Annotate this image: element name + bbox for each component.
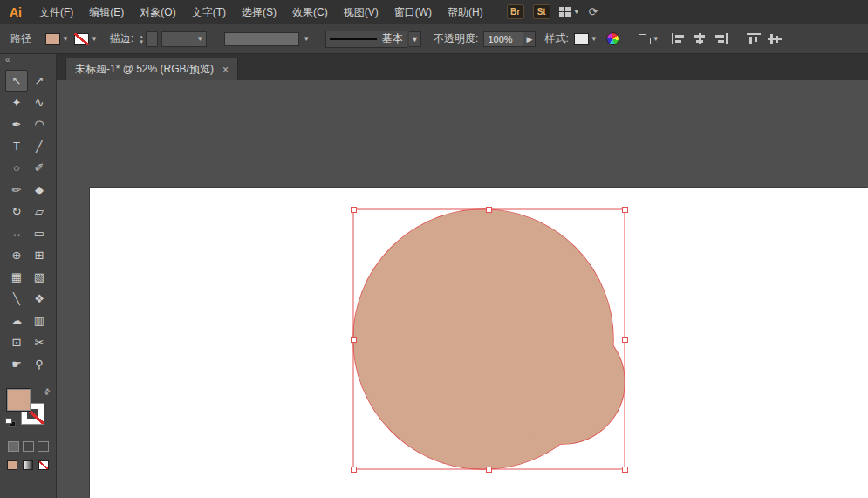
stroke-weight-combo[interactable]: ▼ bbox=[161, 31, 207, 47]
fill-color-swatch[interactable] bbox=[45, 33, 60, 45]
align-top-button[interactable] bbox=[747, 33, 761, 44]
tool-pencil[interactable]: ✏ bbox=[5, 179, 28, 201]
menu-e[interactable]: 编辑(E) bbox=[81, 0, 132, 24]
stepper-arrows[interactable]: ▲▼ bbox=[139, 34, 144, 44]
tool-hand[interactable]: ☛ bbox=[5, 353, 28, 375]
swap-fill-stroke-icon[interactable]: ⇄ bbox=[42, 386, 52, 397]
stock-button[interactable]: St bbox=[533, 4, 550, 19]
selection-handle[interactable] bbox=[486, 207, 492, 213]
app-logo: Ai bbox=[0, 5, 31, 19]
tool-ellipse[interactable]: ○ bbox=[5, 157, 28, 179]
tool-gradient[interactable]: ▧ bbox=[28, 266, 51, 288]
menu-o[interactable]: 对象(O) bbox=[132, 0, 183, 24]
draw-behind-button[interactable] bbox=[23, 441, 34, 452]
style-swatch[interactable] bbox=[574, 33, 589, 45]
tool-line-segment[interactable]: ╱ bbox=[28, 135, 51, 157]
selection-handle[interactable] bbox=[622, 337, 628, 343]
chevron-down-icon: ▼ bbox=[573, 8, 580, 16]
tool-rotate[interactable]: ↻ bbox=[5, 201, 28, 222]
opacity-input[interactable] bbox=[483, 31, 523, 47]
stroke-weight-stepper[interactable]: ▲▼ bbox=[139, 31, 158, 47]
selection-handle[interactable] bbox=[622, 467, 628, 473]
selection-handle[interactable] bbox=[351, 207, 357, 213]
tool-magic-wand[interactable]: ✦ bbox=[5, 92, 28, 113]
tool-width[interactable]: ↔ bbox=[5, 222, 28, 244]
menu-t[interactable]: 文字(T) bbox=[184, 0, 234, 24]
control-bar: 路径 ▼ ▼ 描边: ▲▼ ▼ ▼ 基本 ▼ 不透明度: bbox=[0, 24, 868, 54]
tool-pen[interactable]: ✒ bbox=[5, 113, 28, 135]
width-profile-combo[interactable]: ▼ bbox=[224, 32, 310, 46]
fill-color-combo[interactable]: ▼ bbox=[45, 33, 69, 45]
selection-handle[interactable] bbox=[486, 467, 492, 473]
menu-w[interactable]: 窗口(W) bbox=[386, 0, 440, 24]
workspace-switcher[interactable]: ▼ bbox=[559, 7, 580, 17]
document-tab[interactable]: 未标题-1* @ 52% (RGB/预览) × bbox=[65, 58, 238, 80]
color-button[interactable] bbox=[7, 460, 17, 470]
brush-dropdown-button[interactable]: ▼ bbox=[409, 31, 421, 47]
tool-selection[interactable]: ↖ bbox=[5, 70, 28, 92]
tool-slice[interactable]: ✂ bbox=[28, 331, 51, 353]
tool-scale[interactable]: ▱ bbox=[28, 201, 51, 222]
tool-curvature[interactable]: ◠ bbox=[28, 113, 51, 135]
brush-definition-combo[interactable]: 基本 ▼ bbox=[325, 31, 421, 48]
align-center-button[interactable] bbox=[693, 33, 707, 44]
menu-s[interactable]: 选择(S) bbox=[234, 0, 284, 24]
tool-type[interactable]: T bbox=[5, 135, 28, 157]
opacity-panel-button[interactable]: ▶ bbox=[523, 31, 536, 47]
tool-eyedropper[interactable]: ╲ bbox=[5, 288, 28, 310]
stroke-none-swatch[interactable] bbox=[74, 33, 89, 45]
bridge-button[interactable]: Br bbox=[507, 4, 524, 19]
brush-stroke-preview bbox=[330, 38, 377, 40]
menu-c[interactable]: 效果(C) bbox=[284, 0, 336, 24]
tool-column-graph[interactable]: ▥ bbox=[28, 310, 51, 331]
gradient-button[interactable] bbox=[23, 460, 33, 470]
default-fill-stroke-icon[interactable] bbox=[5, 418, 16, 427]
tool-zoom[interactable]: ⚲ bbox=[28, 353, 51, 375]
style-combo[interactable]: ▼ bbox=[574, 33, 598, 45]
align-right-button[interactable] bbox=[714, 33, 728, 44]
draw-inside-button[interactable] bbox=[38, 441, 49, 452]
align-left-button[interactable] bbox=[672, 33, 686, 44]
tool-artboard[interactable]: ⊡ bbox=[5, 331, 28, 353]
tool-mesh[interactable]: ▦ bbox=[5, 266, 28, 288]
menu-items: 文件(F)编辑(E)对象(O)文字(T)选择(S)效果(C)视图(V)窗口(W)… bbox=[31, 0, 491, 24]
shape-circle-fill-2[interactable] bbox=[501, 320, 625, 444]
tool-lasso[interactable]: ∿ bbox=[28, 92, 51, 113]
menu-f[interactable]: 文件(F) bbox=[31, 0, 81, 24]
brush-preview[interactable]: 基本 bbox=[325, 31, 407, 48]
chevron-down-icon: ▼ bbox=[62, 35, 69, 43]
fill-indicator[interactable] bbox=[7, 389, 31, 411]
none-button[interactable] bbox=[38, 460, 49, 470]
selection-handle[interactable] bbox=[622, 207, 628, 213]
menu-h[interactable]: 帮助(H) bbox=[440, 0, 491, 24]
draw-normal-button[interactable] bbox=[8, 441, 19, 452]
color-mode-row bbox=[0, 460, 56, 470]
tool-free-transform[interactable]: ▭ bbox=[28, 222, 51, 244]
tool-symbol-sprayer[interactable]: ☁ bbox=[5, 310, 28, 331]
canvas[interactable] bbox=[57, 80, 868, 498]
selection-handle[interactable] bbox=[351, 467, 357, 473]
menu-v[interactable]: 视图(V) bbox=[336, 0, 386, 24]
align-vcenter-button[interactable] bbox=[768, 33, 782, 44]
chevron-down-icon: ▼ bbox=[591, 35, 598, 43]
document-tab-bar: 未标题-1* @ 52% (RGB/预览) × bbox=[57, 54, 868, 80]
document-area: 未标题-1* @ 52% (RGB/预览) × bbox=[57, 54, 868, 498]
sync-settings-icon[interactable]: ⟳ bbox=[589, 5, 598, 18]
tool-shape-builder[interactable]: ⊕ bbox=[5, 244, 28, 266]
selection-handle[interactable] bbox=[351, 337, 357, 343]
drawing-modes bbox=[0, 441, 56, 452]
tool-eraser[interactable]: ◆ bbox=[28, 179, 51, 201]
tool-direct-selection[interactable]: ↗ bbox=[28, 70, 51, 92]
collapse-panel-button[interactable]: « bbox=[0, 54, 56, 66]
context-label: 路径 bbox=[10, 31, 31, 46]
close-tab-icon[interactable]: × bbox=[222, 64, 229, 76]
tools-grid: ↖↗✦∿✒◠T╱○✐✏◆↻▱↔▭⊕⊞▦▧╲❖☁▥⊡✂☛⚲ bbox=[0, 70, 56, 375]
tool-paintbrush[interactable]: ✐ bbox=[28, 157, 51, 179]
tool-blend[interactable]: ❖ bbox=[28, 288, 51, 310]
stroke-color-combo[interactable]: ▼ bbox=[74, 33, 98, 45]
transform-panel-button[interactable]: ▼ bbox=[639, 34, 660, 44]
recolor-artwork-icon[interactable] bbox=[606, 32, 619, 45]
tool-perspective-grid[interactable]: ⊞ bbox=[28, 244, 51, 266]
stroke-weight-select[interactable]: ▼ bbox=[161, 31, 207, 47]
stroke-weight-value[interactable] bbox=[146, 31, 158, 47]
